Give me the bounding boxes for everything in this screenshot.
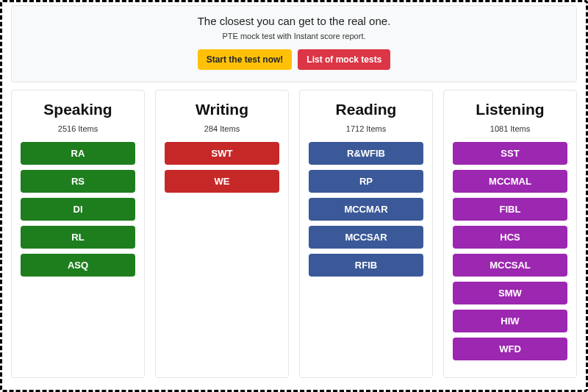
item-sst[interactable]: SST bbox=[453, 142, 567, 165]
item-rp[interactable]: RP bbox=[309, 170, 423, 193]
speaking-card: Speaking 2516 Items RA RS DI RL ASQ bbox=[11, 90, 145, 378]
item-asq[interactable]: ASQ bbox=[21, 254, 135, 277]
list-mock-tests-button[interactable]: List of mock tests bbox=[298, 49, 390, 70]
item-rfib[interactable]: RFIB bbox=[309, 254, 423, 277]
item-mccmar[interactable]: MCCMAR bbox=[309, 198, 423, 221]
card-count: 284 Items bbox=[165, 124, 279, 133]
reading-card: Reading 1712 Items R&WFIB RP MCCMAR MCCS… bbox=[299, 90, 433, 378]
card-count: 1081 Items bbox=[453, 124, 567, 133]
item-smw[interactable]: SMW bbox=[453, 282, 567, 304]
category-columns: Speaking 2516 Items RA RS DI RL ASQ Writ… bbox=[11, 90, 577, 378]
start-test-button[interactable]: Start the test now! bbox=[198, 49, 293, 70]
listening-card: Listening 1081 Items SST MCCMAL FIBL HCS… bbox=[443, 90, 577, 378]
writing-card: Writing 284 Items SWT WE bbox=[155, 90, 289, 378]
item-mccsar[interactable]: MCCSAR bbox=[309, 226, 423, 249]
item-ra[interactable]: RA bbox=[21, 142, 135, 165]
card-title: Writing bbox=[165, 101, 279, 118]
card-count: 2516 Items bbox=[21, 124, 135, 133]
item-wfd[interactable]: WFD bbox=[453, 338, 567, 360]
hero-subtitle: PTE mock test with Instant score report. bbox=[19, 32, 569, 40]
item-mccmal[interactable]: MCCMAL bbox=[453, 170, 567, 193]
hero-panel: The closest you can get to the real one.… bbox=[11, 5, 577, 82]
item-hcs[interactable]: HCS bbox=[453, 226, 567, 249]
card-title: Reading bbox=[309, 101, 423, 118]
hero-title: The closest you can get to the real one. bbox=[19, 15, 569, 27]
card-title: Listening bbox=[453, 101, 567, 118]
item-rwfib[interactable]: R&WFIB bbox=[309, 142, 423, 165]
item-swt[interactable]: SWT bbox=[165, 142, 279, 165]
page-frame: The closest you can get to the real one.… bbox=[0, 0, 588, 392]
item-mccsal[interactable]: MCCSAL bbox=[453, 254, 567, 277]
card-count: 1712 Items bbox=[309, 124, 423, 133]
item-di[interactable]: DI bbox=[21, 198, 135, 221]
item-rs[interactable]: RS bbox=[21, 170, 135, 193]
item-fibl[interactable]: FIBL bbox=[453, 198, 567, 221]
item-rl[interactable]: RL bbox=[21, 226, 135, 249]
card-title: Speaking bbox=[21, 101, 135, 118]
hero-buttons: Start the test now! List of mock tests bbox=[198, 49, 391, 70]
item-we[interactable]: WE bbox=[165, 170, 279, 193]
item-hiw[interactable]: HIW bbox=[453, 310, 567, 332]
